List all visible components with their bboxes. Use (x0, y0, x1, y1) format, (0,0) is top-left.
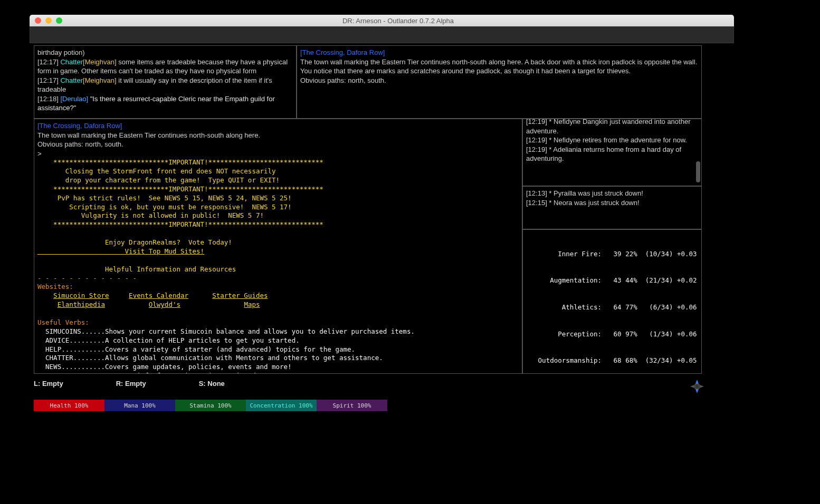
verb-line: ADVICE.........A collection of HELP arti… (37, 336, 519, 345)
banner: *****************************IMPORTANT!*… (37, 220, 519, 229)
right-hand: R: Empty (116, 380, 146, 387)
prompt: > (37, 149, 519, 159)
death-line: [12:13] * Pyrailla was just struck down! (526, 189, 698, 198)
website-row: Elanthipedia Olwydd's Maps (37, 301, 519, 309)
banner: *****************************IMPORTANT!*… (37, 158, 519, 167)
svg-marker-1 (695, 380, 699, 384)
blank (37, 229, 519, 238)
traffic-lights (35, 17, 62, 24)
skill-row: Athletics: 64 77% (6/34) +0.06 (526, 303, 698, 312)
hands-display: L: Empty R: Empty S: None (34, 380, 225, 387)
room-name: [The Crossing, Dafora Row] (37, 121, 519, 131)
stamina-bar[interactable]: Stamina 100% (175, 400, 246, 411)
divider: - - - - - - - - - - - - - (37, 274, 519, 283)
link-elanthipedia[interactable]: Elanthipedia (58, 301, 105, 308)
verb-line: CHATTER........Allows global communicati… (37, 354, 519, 363)
verb-line: EMAIL..........Contact info for various … (37, 372, 519, 374)
health-bar[interactable]: Health 100% (34, 400, 104, 411)
helpful-heading: Helpful Information and Resources (37, 265, 519, 274)
mana-bar[interactable]: Mana 100% (104, 400, 175, 411)
room-desc: The town wall marking the Eastern Tier c… (37, 131, 519, 140)
event-line: [12:19] * Nefidyne Dangkin just wandered… (526, 119, 698, 135)
compass-icon[interactable] (689, 379, 705, 394)
blank (37, 256, 519, 265)
verb-line: NEWS...........Covers game updates, poli… (37, 363, 519, 372)
window-title: DR: Arneson - Outlander 0.7.2 Alpha (62, 17, 734, 25)
minimize-icon[interactable] (45, 17, 52, 24)
motd-line: Scripting is ok, but you must be respons… (37, 203, 519, 212)
room-description-panel[interactable]: [The Crossing, Dafora Row] The town wall… (297, 45, 702, 119)
skill-row: Perception: 60 97% (1/34) +0.06 (526, 330, 698, 339)
verbs-label: Useful Verbs: (37, 318, 519, 327)
zoom-icon[interactable] (56, 17, 62, 24)
left-hand: L: Empty (34, 380, 63, 387)
chatter-line: [12:17] Chatter[Meighvan] some items are… (37, 57, 293, 76)
deaths-panel[interactable]: [12:13] * Pyrailla was just struck down!… (522, 186, 702, 229)
spell: S: None (199, 380, 225, 387)
link-olwydds[interactable]: Olwydd's (149, 301, 180, 308)
close-icon[interactable] (35, 17, 41, 24)
link-maps[interactable]: Maps (244, 301, 260, 308)
room-name: [The Crossing, Dafora Row] (300, 48, 698, 57)
event-line: [12:19] * Adeliania returns home from a … (526, 145, 698, 163)
skill-row: Outdoorsmanship: 68 68% (32/34) +0.05 (526, 356, 698, 365)
concentration-bar[interactable]: Concentration 100% (246, 400, 317, 411)
svg-marker-3 (690, 385, 694, 388)
link-starter[interactable]: Starter Guides (212, 292, 268, 299)
room-paths: Obvious paths: north, south. (37, 140, 519, 149)
websites-label: Websites: (37, 283, 519, 292)
motd-line: drop your character from the game! Type … (37, 176, 519, 185)
death-line: [12:15] * Neora was just struck down! (526, 198, 698, 208)
blank (37, 309, 519, 318)
scrollbar[interactable] (696, 161, 700, 182)
verb-line: SIMUCOINS......Shows your current Simuco… (37, 327, 519, 336)
motd-line: Vulgarity is not allowed in public! NEWS… (37, 211, 519, 220)
motd-line: Closing the StormFront front end does NO… (37, 167, 519, 176)
link-events[interactable]: Events Calendar (129, 292, 188, 299)
room-desc: The town wall marking the Eastern Tier c… (300, 57, 698, 76)
website-row: Simucoin Store Events Calendar Starter G… (37, 292, 519, 301)
chatter-line: [12:18] [Derulao] "Is there a resurrect-… (37, 94, 293, 113)
window-titlebar: DR: Arneson - Outlander 0.7.2 Alpha (30, 15, 734, 26)
event-line: [12:19] * Nefidyne retires from the adve… (526, 135, 698, 145)
vote-line: Enjoy DragonRealms? Vote Today! (37, 238, 519, 247)
svg-marker-4 (700, 385, 704, 388)
chatter-panel[interactable]: birthday potion) [12:17] Chatter[Meighva… (34, 45, 297, 119)
visit-link[interactable]: Visit Top Mud Sites! (37, 247, 519, 256)
svg-marker-2 (695, 389, 699, 393)
vitals-bars: Health 100% Mana 100% Stamina 100% Conce… (34, 400, 387, 411)
skills-panel[interactable]: Inner Fire: 39 22% (10/34) +0.03 Augment… (522, 229, 702, 374)
verb-line: HELP...........Covers a variety of start… (37, 345, 519, 354)
svg-rect-0 (695, 384, 699, 389)
chatter-line: birthday potion) (37, 48, 293, 57)
skill-row: Augmentation: 43 44% (21/34) +0.02 (526, 276, 698, 285)
skill-row: Inner Fire: 39 22% (10/34) +0.03 (526, 250, 698, 259)
arrivals-panel[interactable]: [12:19] * Nefidyne Dangkin just wandered… (522, 119, 702, 186)
banner: *****************************IMPORTANT!*… (37, 185, 519, 194)
spirit-bar[interactable]: Spirit 100% (317, 400, 387, 411)
chatter-line: [12:17] Chatter[Meighvan] it will usuall… (37, 76, 293, 94)
room-paths: Obvious paths: north, south. (300, 76, 698, 85)
toolbar (30, 26, 734, 43)
motd-line: PvP has strict rules! See NEWS 5 15, NEW… (37, 194, 519, 203)
main-story-panel[interactable]: [The Crossing, Dafora Row] The town wall… (34, 119, 522, 374)
link-simucoin[interactable]: Simucoin Store (53, 292, 109, 299)
